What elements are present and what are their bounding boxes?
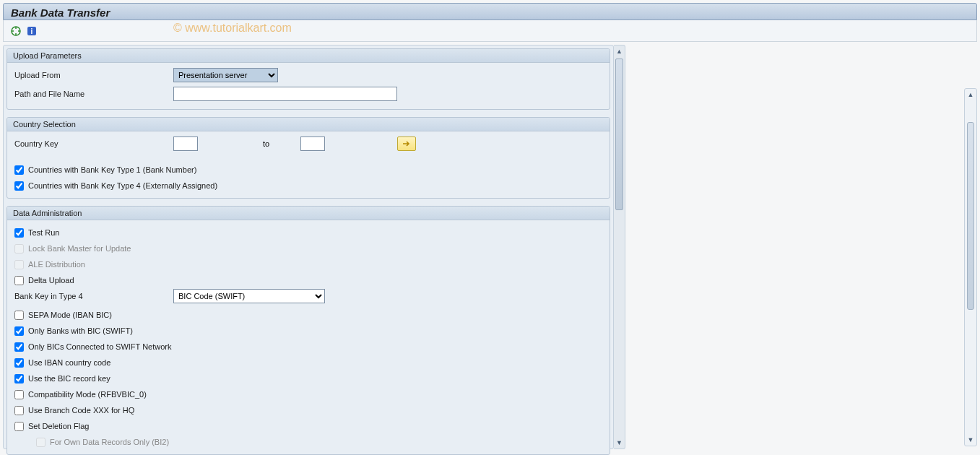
checkbox-ale	[14, 260, 24, 269]
group-data-administration: Data Administration Test Run Lock Bank M…	[6, 206, 610, 455]
checkbox-test-run[interactable]	[14, 228, 24, 238]
multiple-selection-button[interactable]	[397, 136, 416, 151]
checkbox-sepa-mode[interactable]	[14, 311, 24, 320]
label-branch-hq: Use Branch Code XXX for HQ	[28, 406, 134, 415]
group-upload-parameters: Upload Parameters Upload From Presentati…	[6, 48, 610, 110]
checkbox-lock-bank	[14, 244, 24, 254]
scroll-up-icon[interactable]: ▲	[615, 46, 624, 57]
label-test-run: Test Run	[28, 228, 59, 237]
info-icon[interactable]: i	[25, 25, 38, 38]
group-country-selection: Country Selection Country Key to Countri…	[6, 117, 610, 199]
group-header-country: Country Selection	[7, 118, 610, 131]
label-path-file: Path and File Name	[14, 90, 173, 98]
select-upload-from[interactable]: Presentation server	[173, 68, 278, 82]
input-path-file[interactable]	[173, 87, 397, 101]
execute-icon[interactable]	[9, 25, 22, 38]
checkbox-branch-hq[interactable]	[14, 406, 24, 415]
label-only-bic: Only Banks with BIC (SWIFT)	[28, 326, 133, 335]
checkbox-delta-upload[interactable]	[14, 276, 24, 285]
toolbar: i	[3, 20, 977, 42]
label-sepa-mode: SEPA Mode (IBAN BIC)	[28, 311, 112, 319]
checkbox-compat-mode[interactable]	[14, 390, 24, 399]
label-upload-from: Upload From	[14, 71, 173, 79]
label-compat-mode: Compatibility Mode (RFBVBIC_0)	[28, 390, 147, 399]
checkbox-set-deletion[interactable]	[14, 422, 24, 431]
window-scrollbar[interactable]: ▲ ▼	[964, 88, 977, 446]
panel-scrollbar[interactable]: ▲ ▼	[614, 45, 625, 449]
label-own-data-records: For Own Data Records Only (BI2)	[50, 438, 169, 446]
label-bank-key-type4: Countries with Bank Key Type 4 (External…	[28, 181, 217, 190]
label-only-bics-connected: Only BICs Connected to SWIFT Network	[28, 342, 171, 351]
group-header-upload: Upload Parameters	[7, 49, 610, 63]
group-header-admin: Data Administration	[7, 207, 610, 220]
label-delta-upload: Delta Upload	[28, 276, 74, 285]
svg-text:i: i	[31, 27, 33, 35]
checkbox-only-bics-connected[interactable]	[14, 342, 24, 352]
scroll-down-icon[interactable]: ▼	[615, 437, 624, 448]
checkbox-use-bic-record[interactable]	[14, 374, 24, 384]
label-bank-key-type1: Countries with Bank Key Type 1 (Bank Num…	[28, 165, 196, 174]
content-area: Upload Parameters Upload From Presentati…	[3, 45, 977, 449]
input-country-key-from[interactable]	[173, 136, 198, 151]
checkbox-own-data-records	[36, 438, 45, 447]
checkbox-bank-key-type4[interactable]	[14, 181, 24, 191]
label-lock-bank: Lock Bank Master for Update	[28, 244, 131, 253]
label-use-iban: Use IBAN country code	[28, 358, 110, 367]
label-use-bic-record: Use the BIC record key	[28, 374, 110, 383]
checkbox-use-iban[interactable]	[14, 358, 24, 368]
input-country-key-to[interactable]	[300, 136, 325, 151]
scroll-thumb[interactable]	[615, 58, 623, 210]
window-scroll-down-icon[interactable]: ▼	[966, 434, 975, 446]
label-set-deletion: Set Deletion Flag	[28, 422, 89, 430]
window-scroll-thumb[interactable]	[967, 122, 974, 310]
label-country-key: Country Key	[14, 139, 173, 148]
window-scroll-up-icon[interactable]: ▲	[966, 89, 975, 100]
select-bank-key-type4[interactable]: BIC Code (SWIFT)	[173, 289, 325, 303]
checkbox-only-bic[interactable]	[14, 326, 24, 336]
window-title: Bank Data Transfer	[3, 3, 977, 20]
checkbox-bank-key-type1[interactable]	[14, 165, 24, 175]
label-ale: ALE Distribution	[28, 260, 85, 269]
main-panel: Upload Parameters Upload From Presentati…	[3, 45, 614, 449]
label-bank-key-type4-sel: Bank Key in Type 4	[14, 292, 173, 300]
label-to: to	[263, 139, 292, 148]
